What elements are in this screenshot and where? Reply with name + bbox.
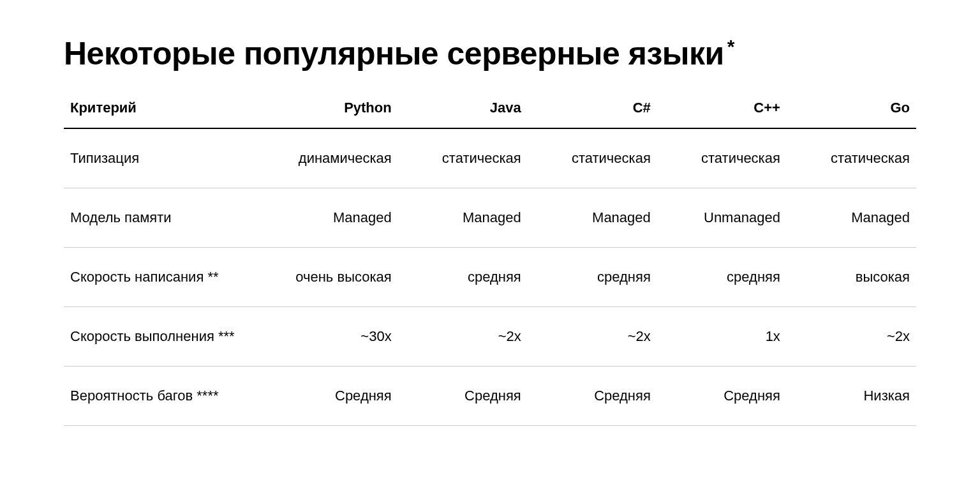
cell-value: динамическая (269, 128, 398, 188)
cell-criterion: Модель памяти (64, 188, 269, 248)
cell-value: Средняя (269, 367, 398, 426)
header-criterion: Критерий (64, 88, 269, 128)
title-asterisk: * (727, 36, 734, 57)
table-row: Вероятность багов **** Средняя Средняя С… (64, 367, 916, 426)
cell-value: ~30x (269, 307, 398, 367)
cell-value: Managed (398, 188, 528, 248)
cell-value: Средняя (657, 367, 787, 426)
cell-value: ~2x (528, 307, 657, 367)
header-go: Go (787, 88, 916, 128)
cell-value: средняя (528, 248, 657, 307)
cell-criterion: Скорость выполнения *** (64, 307, 269, 367)
cell-value: Managed (528, 188, 657, 248)
header-java: Java (398, 88, 528, 128)
cell-value: статическая (528, 128, 657, 188)
cell-value: Managed (787, 188, 916, 248)
cell-value: очень высокая (269, 248, 398, 307)
cell-value: статическая (398, 128, 528, 188)
header-python: Python (269, 88, 398, 128)
cell-value: статическая (787, 128, 916, 188)
table-row: Модель памяти Managed Managed Managed Un… (64, 188, 916, 248)
cell-value: Managed (269, 188, 398, 248)
cell-criterion: Скорость написания ** (64, 248, 269, 307)
cell-value: Средняя (528, 367, 657, 426)
page-title: Некоторые популярные серверные языки* (64, 35, 916, 72)
cell-value: Низкая (787, 367, 916, 426)
table-row: Скорость выполнения *** ~30x ~2x ~2x 1x … (64, 307, 916, 367)
cell-criterion: Вероятность багов **** (64, 367, 269, 426)
cell-value: Средняя (398, 367, 528, 426)
cell-value: средняя (657, 248, 787, 307)
title-text: Некоторые популярные серверные языки (64, 36, 724, 72)
cell-value: 1x (657, 307, 787, 367)
header-cpp: C++ (657, 88, 787, 128)
cell-criterion: Типизация (64, 128, 269, 188)
table-header-row: Критерий Python Java C# C++ Go (64, 88, 916, 128)
cell-value: высокая (787, 248, 916, 307)
cell-value: ~2x (787, 307, 916, 367)
table-row: Скорость написания ** очень высокая сред… (64, 248, 916, 307)
header-csharp: C# (528, 88, 657, 128)
comparison-table: Критерий Python Java C# C++ Go Типизация… (64, 88, 916, 426)
cell-value: средняя (398, 248, 528, 307)
cell-value: Unmanaged (657, 188, 787, 248)
table-row: Типизация динамическая статическая стати… (64, 128, 916, 188)
cell-value: статическая (657, 128, 787, 188)
cell-value: ~2x (398, 307, 528, 367)
